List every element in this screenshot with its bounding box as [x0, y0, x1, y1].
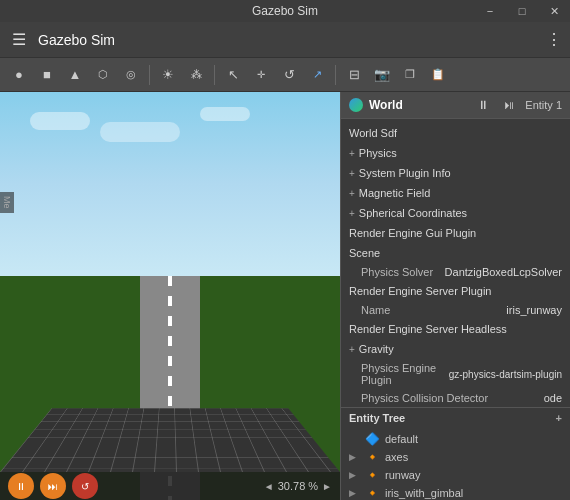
left-edge-label: Me	[0, 192, 14, 213]
physicssolver-key: Physics Solver	[361, 266, 445, 278]
prop-section-name: Name iris_runway	[341, 301, 570, 319]
prop-section-worldsdf: World Sdf	[341, 123, 570, 143]
magnetic-label: Magnetic Field	[359, 187, 431, 199]
entity-item-iris[interactable]: ▶ 🔸 iris_with_gimbal	[341, 484, 570, 500]
worldsdf-label: World Sdf	[349, 127, 397, 139]
world-step-button[interactable]: ⏯	[499, 96, 519, 114]
entity-item-axes[interactable]: ▶ 🔸 axes	[341, 448, 570, 466]
toolbar-divider-1	[149, 65, 150, 85]
prop-systemplugin-header[interactable]: + System Plugin Info	[349, 165, 562, 181]
spherical-label: Spherical Coordinates	[359, 207, 467, 219]
zoom-indicator: ◄ 30.78 % ►	[264, 480, 332, 492]
entity-item-runway[interactable]: ▶ 🔸 runway	[341, 466, 570, 484]
close-button[interactable]: ✕	[538, 0, 570, 22]
world-controls: ⏸ ⏯ Entity 1	[473, 96, 562, 114]
titlebar: Gazebo Sim − □ ✕	[0, 0, 570, 22]
prop-renderengui-header[interactable]: Render Engine Gui Plugin	[349, 225, 562, 241]
tool-triangle[interactable]: ▲	[62, 62, 88, 88]
tool-particles[interactable]: ⁂	[183, 62, 209, 88]
physicsengine-key: Physics Engine Plugin	[361, 362, 449, 386]
minimize-button[interactable]: −	[474, 0, 506, 22]
prop-section-headless: Render Engine Server Headless	[341, 319, 570, 339]
systemplugin-label: System Plugin Info	[359, 167, 451, 179]
tool-circle[interactable]: ●	[6, 62, 32, 88]
spherical-expand-icon: +	[349, 208, 355, 219]
tool-square[interactable]: ■	[34, 62, 60, 88]
prop-headless-header[interactable]: Render Engine Server Headless	[349, 321, 562, 337]
window-title: Gazebo Sim	[252, 4, 318, 18]
drone-indicator	[167, 389, 173, 395]
zoom-left-icon: ◄	[264, 481, 274, 492]
menubar: ☰ Gazebo Sim ⋮	[0, 22, 570, 58]
scene-label: Scene	[349, 247, 380, 259]
toolbar-divider-2	[214, 65, 215, 85]
step-button[interactable]: ⏭	[40, 473, 66, 499]
tool-copy[interactable]: ❐	[397, 62, 423, 88]
prop-section-renderengui: Render Engine Gui Plugin	[341, 223, 570, 243]
entity-tree-header: Entity Tree +	[341, 407, 570, 428]
tool-grid-view[interactable]: ⊟	[341, 62, 367, 88]
renderengui-label: Render Engine Gui Plugin	[349, 227, 476, 239]
magnetic-expand-icon: +	[349, 188, 355, 199]
collision-key: Physics Collision Detector	[361, 392, 544, 404]
world-header-left: World	[349, 98, 403, 112]
prop-section-gravity: + Gravity	[341, 339, 570, 359]
menu-more-icon[interactable]: ⋮	[546, 30, 562, 49]
expand-arrow-iris: ▶	[349, 488, 359, 498]
entity-icon-axes: 🔸	[365, 450, 379, 464]
world-icon	[349, 98, 363, 112]
tool-paste[interactable]: 📋	[425, 62, 451, 88]
entity-name-iris: iris_with_gimbal	[385, 487, 463, 499]
hamburger-menu-icon[interactable]: ☰	[8, 26, 30, 53]
prop-section-collision: Physics Collision Detector ode	[341, 389, 570, 407]
world-pause-button[interactable]: ⏸	[473, 96, 493, 114]
collision-value: ode	[544, 392, 562, 404]
expand-arrow-runway: ▶	[349, 470, 359, 480]
entity-icon-iris: 🔸	[365, 486, 379, 500]
tool-select-cursor[interactable]: ↖	[220, 62, 246, 88]
prop-spherical-header[interactable]: + Spherical Coordinates	[349, 205, 562, 221]
prop-section-physicsengine: Physics Engine Plugin gz-physics-dartsim…	[341, 359, 570, 389]
cloud-2	[100, 122, 180, 142]
maximize-button[interactable]: □	[506, 0, 538, 22]
prop-section-magnetic: + Magnetic Field	[341, 183, 570, 203]
statusbar: ⏸ ⏭ ↺ ◄ 30.78 % ►	[0, 472, 340, 500]
prop-magnetic-header[interactable]: + Magnetic Field	[349, 185, 562, 201]
grid-plane	[0, 408, 340, 472]
gravity-label: Gravity	[359, 343, 394, 355]
prop-renderserver-header[interactable]: Render Engine Server Plugin	[349, 283, 562, 299]
prop-gravity-header[interactable]: + Gravity	[349, 341, 562, 357]
tool-rotate[interactable]: ↺	[276, 62, 302, 88]
entity-name-runway: runway	[385, 469, 420, 481]
entity-item-default[interactable]: 🔷 default	[341, 430, 570, 448]
tool-screenshot[interactable]: 📷	[369, 62, 395, 88]
prop-scene-header[interactable]: Scene	[349, 245, 562, 261]
tool-sphere[interactable]: ◎	[118, 62, 144, 88]
main-area: Me ⏸ ⏭ ↺ ◄ 30.78 % ►	[0, 92, 570, 500]
properties-list: World Sdf + Physics + System Plugin Info	[341, 119, 570, 500]
cloud-3	[200, 107, 250, 121]
entity-tree-add-icon[interactable]: +	[556, 412, 562, 424]
tool-light[interactable]: ☀	[155, 62, 181, 88]
pause-icon: ⏸	[16, 481, 26, 492]
prop-section-renderserver: Render Engine Server Plugin	[341, 281, 570, 301]
playback-controls: ⏸ ⏭ ↺	[8, 473, 98, 499]
world-title: World	[369, 98, 403, 112]
prop-section-systemplugin: + System Plugin Info	[341, 163, 570, 183]
physicssolver-value: DantzigBoxedLcpSolver	[445, 266, 562, 278]
entity-icon-default: 🔷	[365, 432, 379, 446]
tool-cylinder[interactable]: ⬡	[90, 62, 116, 88]
prop-worldsdf-header[interactable]: World Sdf	[349, 125, 562, 141]
zoom-level: 30.78 %	[278, 480, 318, 492]
grid-plane-container	[0, 312, 340, 472]
name-key: Name	[361, 304, 506, 316]
prop-section-physics: + Physics	[341, 143, 570, 163]
tool-move[interactable]: ✛	[248, 62, 274, 88]
reset-button[interactable]: ↺	[72, 473, 98, 499]
headless-label: Render Engine Server Headless	[349, 323, 507, 335]
physics-expand-icon: +	[349, 148, 355, 159]
pause-button[interactable]: ⏸	[8, 473, 34, 499]
3d-viewport[interactable]: Me ⏸ ⏭ ↺ ◄ 30.78 % ►	[0, 92, 340, 500]
prop-physics-header[interactable]: + Physics	[349, 145, 562, 161]
tool-translate[interactable]: ↗	[304, 62, 330, 88]
